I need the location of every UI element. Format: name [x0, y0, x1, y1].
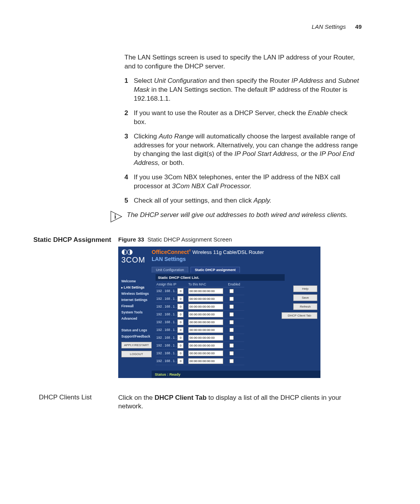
ip-cell: 192 . 168 . 1 . — [156, 287, 187, 295]
ip-octet-input[interactable] — [177, 296, 184, 302]
info-note: i The DHCP server will give out addresse… — [16, 211, 373, 224]
svg-marker-0 — [111, 211, 122, 222]
nav-welcome[interactable]: Welcome — [121, 278, 156, 284]
product-title: OfficeConnect® Wireless 11g Cable/DSL Ro… — [152, 249, 317, 255]
mac-input[interactable] — [188, 296, 223, 302]
col-to-mac: To this MAC — [187, 282, 227, 287]
section-title: Static DHCP Assignment — [16, 236, 118, 244]
mac-cell — [187, 287, 227, 295]
router-sidebar: Welcome LAN Settings Wireless Settings I… — [121, 273, 156, 365]
dhcp-clients-list-text: Click on the DHCP Client Tab to display … — [118, 394, 373, 411]
tab-static-dhcp-assignment[interactable]: Static DHCP assignment — [191, 267, 240, 273]
enabled-checkbox[interactable] — [229, 359, 234, 363]
status-bar: Status : Ready — [152, 371, 320, 378]
mac-input[interactable] — [188, 335, 223, 341]
right-button-column: Help Save Refresh DHCP Client Tab — [282, 285, 317, 319]
ip-cell: 192 . 168 . 1 . — [156, 334, 187, 341]
figure-caption: Figure 33 Static DHCP Assignment Screen — [118, 236, 373, 243]
help-button[interactable]: Help — [293, 285, 317, 292]
running-header: LAN Settings 49 — [16, 23, 373, 30]
ip-octet-input[interactable] — [177, 288, 184, 294]
mac-cell — [187, 341, 227, 349]
enabled-checkbox[interactable] — [229, 320, 234, 324]
nav-lan-settings[interactable]: LAN Settings — [121, 284, 156, 290]
dhcp-clients-list-label: DHCP Clients List — [16, 394, 118, 401]
client-list-title: Static DHCP Client List. — [156, 274, 285, 281]
nav-support-feedback[interactable]: Support/Feedback — [121, 333, 156, 340]
mac-cell — [187, 334, 227, 341]
step-4: 4 If you use 3Com NBX telephones, enter … — [124, 173, 362, 191]
ip-octet-input[interactable] — [177, 335, 184, 341]
table-row: 192 . 168 . 1 . — [156, 318, 244, 326]
enabled-checkbox[interactable] — [229, 289, 234, 293]
ip-octet-input[interactable] — [177, 343, 184, 348]
apply-restart-button[interactable]: APPLY/RESTART — [121, 342, 152, 348]
nav-status-and-logs[interactable]: Status and Logs — [121, 327, 156, 333]
mac-cell — [187, 326, 227, 334]
ip-cell: 192 . 168 . 1 . — [156, 310, 187, 318]
enabled-cell — [227, 357, 244, 365]
info-icon: i — [110, 211, 122, 224]
enabled-checkbox[interactable] — [229, 328, 234, 332]
dhcp-client-tab-button[interactable]: DHCP Client Tab — [282, 312, 317, 319]
ip-cell: 192 . 168 . 1 . — [156, 326, 187, 334]
table-row: 192 . 168 . 1 . — [156, 287, 244, 295]
nav-internet-settings[interactable]: Internet Settings — [121, 297, 156, 303]
ip-cell: 192 . 168 . 1 . — [156, 341, 187, 349]
step-1: 1 Select Unit Configuration and then spe… — [124, 77, 362, 103]
table-row: 192 . 168 . 1 . — [156, 326, 244, 334]
enabled-cell — [227, 349, 244, 357]
table-row: 192 . 168 . 1 . — [156, 349, 244, 357]
ip-octet-input[interactable] — [177, 358, 184, 364]
refresh-button[interactable]: Refresh — [293, 303, 317, 310]
table-row: 192 . 168 . 1 . — [156, 310, 244, 318]
ip-octet-input[interactable] — [177, 327, 184, 333]
intro-paragraph: The LAN Settings screen is used to speci… — [124, 53, 362, 71]
save-button[interactable]: Save — [293, 294, 317, 301]
mac-input[interactable] — [188, 312, 223, 317]
nav-wireless-settings[interactable]: Wireless Settings — [121, 290, 156, 297]
mac-input[interactable] — [188, 327, 223, 333]
col-enabled: Enabled — [227, 282, 244, 287]
ip-octet-input[interactable] — [177, 312, 184, 317]
nav-firewall[interactable]: Firewall — [121, 303, 156, 309]
logout-button[interactable]: LOGOUT — [121, 351, 152, 357]
step-2: 2 If you want to use the Router as a DHC… — [124, 109, 362, 127]
svg-text:i: i — [114, 213, 116, 220]
ip-cell: 192 . 168 . 1 . — [156, 349, 187, 357]
ip-octet-input[interactable] — [177, 350, 184, 356]
mac-cell — [187, 357, 227, 365]
tab-unit-configuration[interactable]: Unit Configuration — [152, 267, 188, 273]
ip-octet-input[interactable] — [177, 319, 184, 325]
mac-input[interactable] — [188, 319, 223, 325]
nav-advanced[interactable]: Advanced — [121, 315, 156, 322]
table-row: 192 . 168 . 1 . — [156, 303, 244, 310]
enabled-checkbox[interactable] — [229, 312, 234, 317]
ip-cell: 192 . 168 . 1 . — [156, 303, 187, 310]
enabled-cell — [227, 326, 244, 334]
ip-cell: 192 . 168 . 1 . — [156, 318, 187, 326]
ip-octet-input[interactable] — [177, 304, 184, 310]
table-row: 192 . 168 . 1 . — [156, 341, 244, 349]
mac-input[interactable] — [188, 350, 223, 356]
enabled-checkbox[interactable] — [229, 336, 234, 340]
mac-input[interactable] — [188, 343, 223, 348]
nav-system-tools[interactable]: System Tools — [121, 309, 156, 315]
enabled-cell — [227, 287, 244, 295]
mac-input[interactable] — [188, 288, 223, 294]
table-row: 192 . 168 . 1 . — [156, 295, 244, 303]
ip-cell: 192 . 168 . 1 . — [156, 357, 187, 365]
enabled-cell — [227, 318, 244, 326]
enabled-cell — [227, 341, 244, 349]
header-section: LAN Settings — [312, 23, 346, 30]
enabled-checkbox[interactable] — [229, 297, 234, 301]
mac-input[interactable] — [188, 304, 223, 310]
enabled-checkbox[interactable] — [229, 351, 234, 355]
router-screenshot: ◐◑ 3COM OfficeConnect® Wireless 11g Cabl… — [118, 247, 320, 378]
ip-cell: 192 . 168 . 1 . — [156, 295, 187, 303]
mac-input[interactable] — [188, 358, 223, 364]
enabled-cell — [227, 303, 244, 310]
enabled-checkbox[interactable] — [229, 304, 234, 309]
note-text: The DHCP server will give out addresses … — [127, 211, 359, 220]
enabled-checkbox[interactable] — [229, 343, 234, 348]
